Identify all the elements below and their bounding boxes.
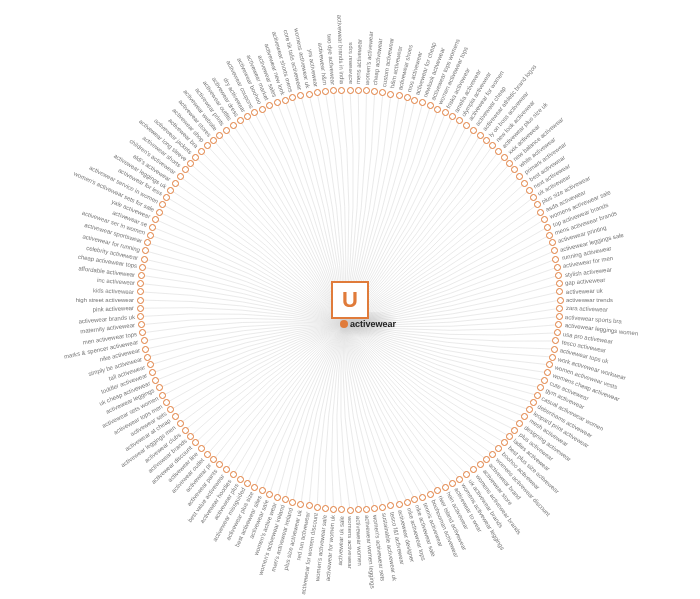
ring-node-dot[interactable] [338, 87, 345, 94]
ring-node-dot[interactable] [489, 451, 496, 458]
ring-node-dot[interactable] [314, 504, 321, 511]
ring-node-dot[interactable] [306, 91, 313, 98]
ring-node-dot[interactable] [198, 445, 205, 452]
ring-node-dot[interactable] [534, 392, 541, 399]
ring-node-dot[interactable] [347, 507, 354, 514]
ring-node-dot[interactable] [147, 232, 154, 239]
ring-node-dot[interactable] [322, 88, 329, 95]
ring-node-dot[interactable] [141, 256, 148, 263]
ring-node-dot[interactable] [427, 491, 434, 498]
ring-node-dot[interactable] [230, 122, 237, 129]
center-node-label: activewear [350, 319, 396, 329]
ring-node-dot[interactable] [251, 484, 258, 491]
ring-node-dot[interactable] [526, 187, 533, 194]
ring-node-label: activewear tops [347, 42, 353, 84]
ring-node-dot[interactable] [137, 305, 144, 312]
ring-node-dot[interactable] [463, 122, 470, 129]
ring-node-dot[interactable] [477, 132, 484, 139]
ring-node-dot[interactable] [172, 413, 179, 420]
ring-node-dot[interactable] [537, 209, 544, 216]
radial-diagram: U activewear activewear topsmens activew… [0, 0, 700, 599]
ring-node-dot[interactable] [526, 406, 533, 413]
ring-node-dot[interactable] [544, 369, 551, 376]
ring-node-dot[interactable] [449, 480, 456, 487]
ring-node-dot[interactable] [355, 87, 362, 94]
ring-node-dot[interactable] [142, 346, 149, 353]
ring-node-label: activewear trends [566, 297, 613, 303]
ring-node-dot[interactable] [506, 433, 513, 440]
ring-node-dot[interactable] [477, 461, 484, 468]
ring-node-dot[interactable] [244, 480, 251, 487]
ring-node-dot[interactable] [223, 127, 230, 134]
ring-node-dot[interactable] [322, 505, 329, 512]
ring-node-dot[interactable] [137, 288, 144, 295]
ring-node-dot[interactable] [187, 160, 194, 167]
ring-node-dot[interactable] [259, 487, 266, 494]
ring-node-dot[interactable] [237, 476, 244, 483]
ring-node-dot[interactable] [347, 87, 354, 94]
ring-node-dot[interactable] [156, 209, 163, 216]
ring-node-dot[interactable] [551, 346, 558, 353]
ring-node-dot[interactable] [396, 501, 403, 508]
ring-node-dot[interactable] [534, 201, 541, 208]
ring-node-dot[interactable] [230, 471, 237, 478]
ring-node-dot[interactable] [144, 354, 151, 361]
ring-node-dot[interactable] [204, 451, 211, 458]
ring-node-dot[interactable] [182, 427, 189, 434]
ring-node-label: activewear uk sale [337, 516, 345, 566]
ring-node-dot[interactable] [554, 264, 561, 271]
ring-node-dot[interactable] [137, 297, 144, 304]
ring-node-dot[interactable] [177, 173, 184, 180]
ring-node-dot[interactable] [483, 456, 490, 463]
ring-node-dot[interactable] [495, 148, 502, 155]
ring-node-dot[interactable] [442, 484, 449, 491]
ring-node-dot[interactable] [266, 491, 273, 498]
center-icon-letter: U [342, 287, 358, 313]
ring-node-dot[interactable] [404, 499, 411, 506]
ring-node-label: activewear uk [566, 287, 603, 294]
ring-node-dot[interactable] [495, 445, 502, 452]
ring-node-dot[interactable] [363, 506, 370, 513]
ring-node-dot[interactable] [501, 439, 508, 446]
ring-node-dot[interactable] [330, 506, 337, 513]
ring-node-label: womens activewear [347, 516, 353, 569]
ring-node-dot[interactable] [470, 127, 477, 134]
ring-node-dot[interactable] [198, 148, 205, 155]
ring-node-dot[interactable] [556, 313, 563, 320]
ring-node-dot[interactable] [282, 97, 289, 104]
ring-node-dot[interactable] [274, 494, 281, 501]
ring-node-label: kids activewear [93, 287, 134, 295]
ring-node-dot[interactable] [557, 297, 564, 304]
ring-node-dot[interactable] [314, 89, 321, 96]
ring-node-dot[interactable] [396, 92, 403, 99]
ring-node-dot[interactable] [177, 420, 184, 427]
ring-node-dot[interactable] [511, 427, 518, 434]
ring-node-dot[interactable] [282, 496, 289, 503]
ring-node-label: high street activewear [76, 297, 134, 303]
ring-node-dot[interactable] [456, 476, 463, 483]
ring-node-dot[interactable] [555, 272, 562, 279]
ring-node-dot[interactable] [306, 502, 313, 509]
ring-node-dot[interactable] [187, 433, 194, 440]
ring-node-dot[interactable] [541, 216, 548, 223]
ring-node-dot[interactable] [530, 194, 537, 201]
ring-node-dot[interactable] [419, 494, 426, 501]
center-icon-box: U [331, 281, 369, 319]
ring-node-dot[interactable] [541, 377, 548, 384]
ring-node-dot[interactable] [549, 354, 556, 361]
ring-node-dot[interactable] [139, 264, 146, 271]
center-node-dot [340, 320, 348, 328]
ring-node-dot[interactable] [552, 256, 559, 263]
ring-node-dot[interactable] [521, 180, 528, 187]
ring-node-dot[interactable] [172, 180, 179, 187]
ring-node-dot[interactable] [259, 106, 266, 113]
ring-node-dot[interactable] [530, 399, 537, 406]
ring-node-dot[interactable] [404, 94, 411, 101]
ring-node-dot[interactable] [544, 224, 551, 231]
ring-node-dot[interactable] [556, 280, 563, 287]
ring-node-dot[interactable] [546, 232, 553, 239]
ring-node-dot[interactable] [138, 272, 145, 279]
